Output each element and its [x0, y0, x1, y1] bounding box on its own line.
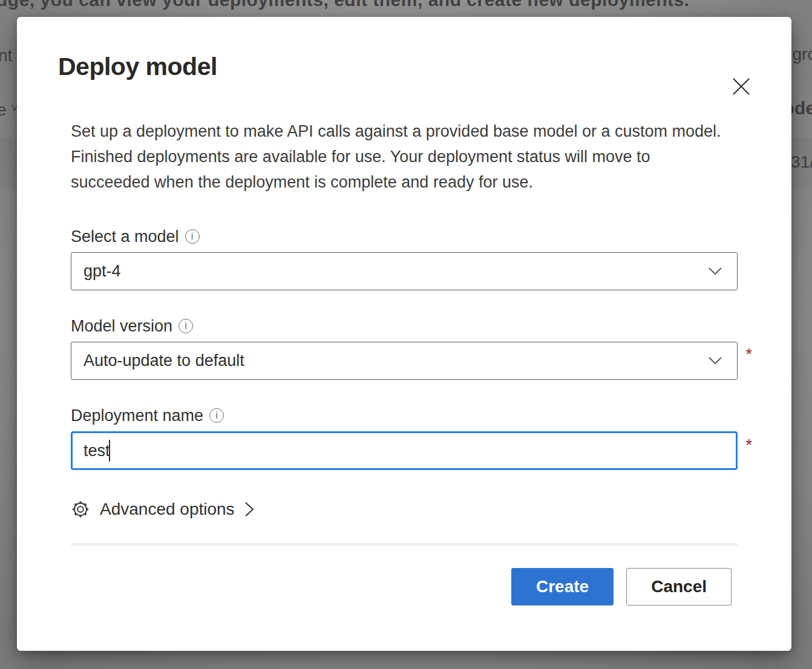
info-icon[interactable]: i — [209, 408, 224, 423]
divider — [71, 543, 738, 546]
model-version-select[interactable]: Auto-update to default — [71, 342, 738, 380]
dialog-footer: Create Cancel — [71, 568, 738, 605]
chevron-down-icon — [708, 267, 722, 276]
close-button[interactable] — [729, 74, 754, 99]
chevron-down-icon — [708, 356, 722, 365]
background-text-fragment: dge, you can view your deployments, edit… — [0, 0, 690, 10]
cancel-button[interactable]: Cancel — [626, 568, 732, 605]
info-icon[interactable]: i — [178, 319, 193, 333]
model-version-label: Model version i — [71, 316, 738, 336]
dialog-title: Deploy model — [58, 51, 750, 82]
deploy-model-dialog: Deploy model Set up a deployment to make… — [17, 17, 791, 651]
background-text-fragment: gro — [793, 45, 812, 64]
background-text-fragment: e ˅ — [0, 100, 18, 120]
deployment-name-label: Deployment name i — [71, 406, 738, 425]
required-marker: * — [745, 437, 752, 454]
deployment-name-input[interactable] — [71, 431, 738, 470]
background-text-fragment: nt — [0, 46, 12, 65]
info-icon[interactable]: i — [185, 229, 200, 244]
chevron-right-icon — [244, 501, 255, 518]
dialog-description: Set up a deployment to make API calls ag… — [71, 119, 727, 195]
gear-icon — [71, 500, 90, 519]
advanced-options-label: Advanced options — [100, 500, 235, 519]
model-select[interactable]: gpt-4 — [71, 252, 738, 290]
background-text-fragment: 31/ — [791, 152, 812, 172]
close-icon — [732, 77, 751, 96]
model-select-label: Select a model i — [71, 227, 738, 246]
model-version-value: Auto-update to default — [83, 351, 708, 370]
model-select-value: gpt-4 — [83, 262, 708, 281]
create-button[interactable]: Create — [511, 568, 614, 605]
required-marker: * — [745, 347, 752, 363]
advanced-options-toggle[interactable]: Advanced options — [71, 500, 255, 519]
text-cursor — [109, 440, 110, 462]
